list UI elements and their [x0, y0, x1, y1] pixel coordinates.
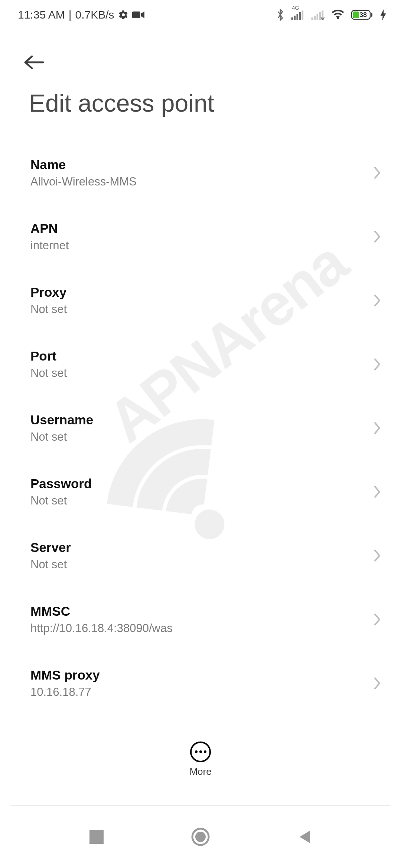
- bluetooth-icon: [276, 9, 284, 21]
- row-value: Not set: [30, 430, 364, 444]
- nav-home-button[interactable]: [188, 824, 213, 850]
- arrow-left-icon: [22, 53, 46, 71]
- row-label: APN: [30, 221, 364, 236]
- svg-rect-7: [314, 16, 316, 20]
- gear-icon: [118, 10, 128, 20]
- charging-icon: [380, 9, 386, 20]
- row-value: internet: [30, 239, 364, 252]
- more-icon: [190, 742, 211, 762]
- chevron-right-icon: [373, 229, 382, 244]
- more-label: More: [189, 766, 211, 777]
- row-name[interactable]: Name Allvoi-Wireless-MMS: [0, 141, 401, 205]
- row-proxy[interactable]: Proxy Not set: [0, 269, 401, 332]
- svg-point-16: [195, 832, 206, 842]
- row-password[interactable]: Password Not set: [0, 460, 401, 524]
- svg-rect-2: [294, 16, 296, 20]
- row-port[interactable]: Port Not set: [0, 332, 401, 396]
- row-value: Not set: [30, 303, 364, 316]
- back-button[interactable]: [22, 53, 46, 71]
- chevron-right-icon: [373, 357, 382, 372]
- wifi-icon: [331, 10, 345, 20]
- row-server[interactable]: Server Not set: [0, 524, 401, 588]
- row-value: Not set: [30, 366, 364, 380]
- row-label: MMS proxy: [30, 668, 364, 683]
- svg-rect-9: [319, 12, 321, 20]
- row-mms-proxy[interactable]: MMS proxy 10.16.18.77: [0, 651, 401, 715]
- row-label: Name: [30, 157, 364, 172]
- row-label: Port: [30, 349, 364, 364]
- signal-4g-icon: 4G: [291, 10, 304, 20]
- svg-rect-1: [291, 17, 293, 20]
- header: [0, 47, 401, 77]
- svg-rect-8: [317, 14, 319, 20]
- row-mmsc[interactable]: MMSC http://10.16.18.4:38090/was: [0, 588, 401, 651]
- row-value: Not set: [30, 494, 364, 507]
- svg-rect-3: [297, 14, 299, 20]
- chevron-right-icon: [373, 165, 382, 180]
- row-label: Server: [30, 540, 364, 555]
- status-time: 11:35 AM: [18, 9, 65, 21]
- nav-recents-button[interactable]: [84, 824, 110, 850]
- row-value: 10.16.18.77: [30, 685, 364, 699]
- chevron-right-icon: [373, 421, 382, 435]
- svg-rect-12: [353, 11, 359, 18]
- svg-rect-13: [371, 13, 372, 17]
- nav-back-button[interactable]: [291, 824, 317, 850]
- svg-rect-0: [132, 11, 140, 18]
- circle-icon: [191, 828, 210, 846]
- chevron-right-icon: [373, 548, 382, 563]
- row-label: MMSC: [30, 604, 364, 619]
- triangle-left-icon: [297, 829, 312, 845]
- more-button[interactable]: More: [0, 731, 401, 787]
- row-username[interactable]: Username Not set: [0, 396, 401, 460]
- row-label: Proxy: [30, 285, 364, 300]
- svg-rect-14: [89, 830, 104, 844]
- status-bar: 11:35 AM | 0.7KB/s 4G 38: [0, 0, 401, 30]
- row-label: Password: [30, 476, 364, 491]
- settings-list: Name Allvoi-Wireless-MMS APN internet Pr…: [0, 141, 401, 723]
- svg-rect-5: [302, 10, 304, 20]
- signal-nosim-icon: [311, 10, 325, 20]
- status-net-speed: 0.7KB/s: [75, 9, 114, 21]
- chevron-right-icon: [373, 612, 382, 627]
- svg-rect-4: [299, 12, 301, 20]
- square-icon: [89, 830, 104, 844]
- chevron-right-icon: [373, 293, 382, 308]
- row-value: http://10.16.18.4:38090/was: [30, 622, 364, 635]
- row-apn[interactable]: APN internet: [0, 205, 401, 269]
- navigation-bar: [0, 806, 401, 868]
- svg-rect-6: [312, 17, 313, 20]
- camera-icon: [132, 10, 145, 19]
- row-value: Not set: [30, 558, 364, 571]
- battery-icon: 38: [351, 9, 374, 20]
- page-title: Edit access point: [29, 89, 214, 117]
- chevron-right-icon: [373, 484, 382, 499]
- chevron-right-icon: [373, 676, 382, 691]
- row-value: Allvoi-Wireless-MMS: [30, 175, 364, 188]
- row-label: Username: [30, 412, 364, 427]
